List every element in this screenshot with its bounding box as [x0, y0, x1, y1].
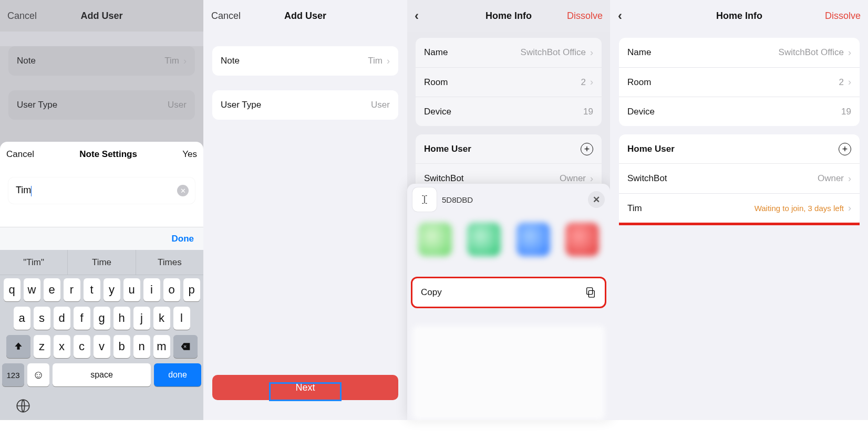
- device-row[interactable]: Device 19: [416, 97, 602, 126]
- user-name: SwitchBot: [627, 173, 667, 184]
- user-row[interactable]: SwitchBot Owner›: [619, 164, 860, 193]
- name-value: SwitchBot Office: [779, 47, 844, 58]
- key-y[interactable]: y: [104, 278, 120, 301]
- key-n[interactable]: n: [133, 335, 150, 358]
- dissolve-button[interactable]: Dissolve: [567, 11, 603, 21]
- key-c[interactable]: c: [74, 335, 90, 358]
- key-o[interactable]: o: [163, 278, 180, 301]
- sheet-yes-button[interactable]: Yes: [182, 149, 197, 160]
- user-row-pending[interactable]: Tim Waiting to join, 3 days left›: [619, 193, 860, 223]
- key-q[interactable]: q: [4, 278, 20, 301]
- note-label: Note: [221, 56, 240, 66]
- key-b[interactable]: b: [113, 335, 130, 358]
- key-l[interactable]: l: [173, 307, 190, 330]
- key-s[interactable]: s: [34, 307, 50, 330]
- note-row[interactable]: Note Tim›: [212, 46, 398, 76]
- share-app-icon[interactable]: [516, 223, 550, 256]
- note-input[interactable]: Tim: [16, 185, 32, 196]
- key-j[interactable]: j: [133, 307, 150, 330]
- usertype-row[interactable]: User Type User: [212, 90, 398, 120]
- name-row[interactable]: Name SwitchBot Office›: [619, 38, 860, 67]
- add-user-icon[interactable]: +: [581, 143, 593, 155]
- kb-suggestion[interactable]: "Tim": [0, 250, 67, 275]
- chevron-right-icon: ›: [848, 203, 851, 214]
- key-k[interactable]: k: [153, 307, 170, 330]
- chevron-right-icon: ›: [590, 47, 593, 58]
- room-row[interactable]: Room 2›: [619, 67, 860, 97]
- key-u[interactable]: u: [123, 278, 140, 301]
- share-sheet: 5D8DBD ✕ Copy: [407, 184, 610, 420]
- nav-title: Home Info: [665, 11, 813, 22]
- share-more-actions: [412, 326, 605, 420]
- chevron-right-icon: ›: [848, 173, 851, 184]
- home-user-header: Home User: [424, 144, 471, 154]
- key-z[interactable]: z: [34, 335, 50, 358]
- key-x[interactable]: x: [54, 335, 70, 358]
- key-g[interactable]: g: [94, 307, 110, 330]
- usertype-label: User Type: [221, 100, 261, 110]
- back-icon[interactable]: ‹: [415, 8, 419, 23]
- clear-input-icon[interactable]: ✕: [177, 185, 189, 196]
- note-value: Tim: [368, 56, 383, 66]
- shift-key[interactable]: [6, 335, 30, 358]
- key-r[interactable]: r: [64, 278, 80, 301]
- device-value: 19: [841, 107, 851, 117]
- svg-rect-2: [587, 288, 593, 295]
- kb-done-toolbar[interactable]: Done: [172, 234, 194, 244]
- cancel-button[interactable]: Cancel: [211, 11, 241, 21]
- key-w[interactable]: w: [24, 278, 40, 301]
- room-label: Room: [627, 77, 651, 88]
- chevron-right-icon: ›: [590, 77, 593, 88]
- note-settings-sheet: Cancel Note Settings Yes Tim ✕ Done "Tim…: [0, 142, 203, 420]
- globe-icon[interactable]: [16, 399, 30, 415]
- space-key[interactable]: space: [53, 363, 151, 386]
- next-button[interactable]: Next: [212, 375, 398, 400]
- name-row[interactable]: Name SwitchBot Office›: [416, 38, 602, 67]
- close-icon[interactable]: ✕: [588, 191, 605, 208]
- globe-key-row: [0, 394, 203, 420]
- name-label: Name: [627, 47, 651, 58]
- backspace-key[interactable]: [173, 335, 198, 358]
- room-row[interactable]: Room 2›: [416, 67, 602, 97]
- room-value: 2: [839, 77, 844, 88]
- numeric-key[interactable]: 123: [2, 363, 24, 386]
- back-icon[interactable]: ‹: [618, 8, 622, 23]
- device-row[interactable]: Device 19: [619, 97, 860, 126]
- chevron-right-icon: ›: [848, 47, 851, 58]
- key-a[interactable]: a: [14, 307, 30, 330]
- done-key[interactable]: done: [154, 363, 201, 386]
- kb-suggestion[interactable]: Time: [67, 250, 135, 275]
- home-user-header: Home User: [627, 144, 675, 154]
- user-name: Tim: [627, 203, 642, 214]
- share-app-icon[interactable]: [418, 223, 452, 256]
- room-value: 2: [581, 77, 586, 88]
- key-e[interactable]: e: [44, 278, 60, 301]
- key-i[interactable]: i: [143, 278, 160, 301]
- share-app-icon[interactable]: [565, 223, 599, 256]
- pending-user-highlight: [619, 223, 860, 225]
- copy-icon: [585, 287, 596, 298]
- device-label: Device: [424, 107, 451, 117]
- copy-action[interactable]: Copy: [412, 278, 605, 307]
- key-v[interactable]: v: [94, 335, 110, 358]
- key-t[interactable]: t: [84, 278, 100, 301]
- nav-title: Home Info: [462, 11, 555, 22]
- dissolve-button[interactable]: Dissolve: [825, 11, 861, 21]
- key-d[interactable]: d: [54, 307, 70, 330]
- usertype-value: User: [371, 100, 390, 110]
- add-user-icon[interactable]: +: [839, 143, 851, 155]
- share-app-icon[interactable]: [467, 223, 501, 256]
- note-input-wrap[interactable]: Tim ✕: [8, 177, 195, 204]
- user-role: Owner: [818, 173, 844, 184]
- text-cursor-icon: [412, 187, 437, 212]
- key-h[interactable]: h: [113, 307, 130, 330]
- key-f[interactable]: f: [74, 307, 90, 330]
- keyboard: Done "Tim" Time Times qwertyuiop asdfghj…: [0, 227, 203, 420]
- sheet-cancel-button[interactable]: Cancel: [6, 149, 34, 160]
- key-m[interactable]: m: [153, 335, 170, 358]
- kb-suggestion[interactable]: Times: [136, 250, 203, 275]
- device-value: 19: [583, 107, 593, 117]
- emoji-key[interactable]: ☺: [27, 363, 49, 386]
- room-label: Room: [424, 77, 448, 88]
- key-p[interactable]: p: [183, 278, 200, 301]
